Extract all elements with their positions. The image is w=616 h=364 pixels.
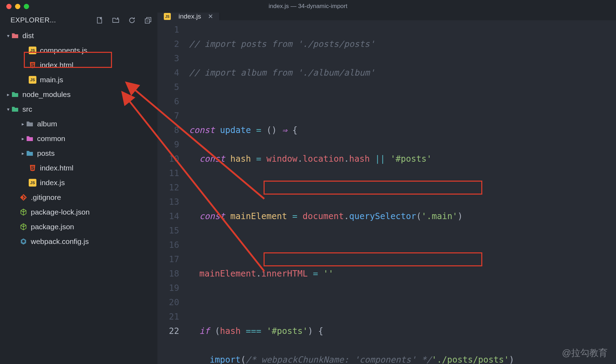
folder-label: node_modules bbox=[22, 90, 71, 99]
new-file-icon[interactable] bbox=[96, 16, 104, 24]
watermark: @拉勾教育 bbox=[562, 347, 608, 359]
maximize-window-button[interactable] bbox=[24, 4, 29, 9]
html-file-icon bbox=[29, 61, 36, 69]
file-label: package.json bbox=[31, 223, 74, 231]
chevron-right-icon: ▸ bbox=[20, 136, 26, 141]
folder-posts[interactable]: ▸ posts bbox=[0, 146, 158, 161]
explorer-title: EXPLORER... bbox=[10, 16, 94, 24]
window-title: index.js — 34-dynamic-import bbox=[269, 3, 348, 10]
file-label: components.js bbox=[40, 46, 87, 55]
minimize-window-button[interactable] bbox=[15, 4, 20, 9]
js-file-icon: JS bbox=[164, 13, 171, 20]
tab-label: index.js bbox=[178, 13, 201, 20]
chevron-down-icon: ▾ bbox=[5, 33, 11, 38]
collapse-all-icon[interactable] bbox=[144, 16, 152, 24]
git-file-icon bbox=[20, 194, 27, 201]
new-folder-icon[interactable] bbox=[112, 16, 120, 24]
refresh-icon[interactable] bbox=[128, 16, 136, 24]
folder-dist[interactable]: ▾ dist bbox=[0, 28, 158, 43]
file-package-json[interactable]: package.json bbox=[0, 219, 158, 234]
file-label: webpack.config.js bbox=[31, 237, 89, 246]
folder-node-modules[interactable]: ▸ node_modules bbox=[0, 87, 158, 102]
folder-label: posts bbox=[37, 149, 55, 158]
editor-pane: JS index.js ✕ 123 456 789 101112 131415 … bbox=[158, 13, 616, 364]
file-webpack-config[interactable]: webpack.config.js bbox=[0, 234, 158, 249]
annotation-highlight-code-2 bbox=[264, 252, 482, 266]
explorer-header: EXPLORER... bbox=[0, 13, 158, 28]
file-src-index-html[interactable]: index.html bbox=[0, 161, 158, 175]
explorer-sidebar: EXPLORER... ▾ dist JS components.js bbox=[0, 13, 158, 364]
file-label: index.html bbox=[40, 164, 74, 172]
file-label: main.js bbox=[40, 76, 63, 84]
chevron-right-icon: ▸ bbox=[5, 92, 11, 97]
tab-index-js[interactable]: JS index.js ✕ bbox=[158, 13, 220, 20]
file-components-js[interactable]: JS components.js bbox=[0, 43, 158, 58]
folder-label: dist bbox=[22, 31, 34, 40]
js-file-icon: JS bbox=[29, 47, 36, 54]
tab-bar: JS index.js ✕ bbox=[158, 13, 616, 20]
titlebar: index.js — 34-dynamic-import bbox=[0, 0, 616, 13]
folder-icon bbox=[11, 105, 19, 113]
close-window-button[interactable] bbox=[6, 4, 12, 9]
folder-icon bbox=[26, 149, 34, 157]
folder-icon bbox=[26, 120, 34, 128]
js-file-icon: JS bbox=[29, 76, 36, 84]
chevron-right-icon: ▸ bbox=[20, 150, 26, 156]
folder-icon bbox=[11, 91, 19, 98]
folder-common[interactable]: ▸ common bbox=[0, 131, 158, 146]
file-label: package-lock.json bbox=[31, 208, 90, 216]
folder-label: album bbox=[37, 120, 57, 128]
chevron-down-icon: ▾ bbox=[5, 106, 11, 112]
file-index-html[interactable]: index.html bbox=[0, 58, 158, 72]
folder-label: src bbox=[22, 105, 32, 113]
folder-icon bbox=[26, 135, 34, 142]
code-area[interactable]: 123 456 789 101112 131415 161718 192021 … bbox=[158, 20, 616, 364]
code-content[interactable]: // import posts from './posts/posts' // … bbox=[189, 22, 616, 364]
file-src-index-js[interactable]: JS index.js bbox=[0, 175, 158, 190]
html-file-icon bbox=[29, 164, 36, 172]
file-package-lock[interactable]: package-lock.json bbox=[0, 205, 158, 219]
file-main-js[interactable]: JS main.js bbox=[0, 72, 158, 87]
js-file-icon: JS bbox=[29, 179, 36, 187]
node-file-icon bbox=[20, 223, 27, 231]
file-label: index.js bbox=[40, 178, 65, 187]
folder-album[interactable]: ▸ album bbox=[0, 117, 158, 131]
close-tab-icon[interactable]: ✕ bbox=[205, 13, 213, 20]
file-label: index.html bbox=[40, 61, 74, 69]
line-gutter: 123 456 789 101112 131415 161718 192021 … bbox=[158, 22, 189, 364]
file-tree: ▾ dist JS components.js index.html JS ma… bbox=[0, 28, 158, 249]
folder-icon bbox=[11, 32, 19, 40]
file-gitignore[interactable]: .gitignore bbox=[0, 190, 158, 205]
chevron-right-icon: ▸ bbox=[20, 121, 26, 127]
folder-label: common bbox=[37, 134, 65, 143]
file-label: .gitignore bbox=[31, 193, 61, 202]
webpack-file-icon bbox=[20, 238, 27, 245]
window-controls bbox=[0, 4, 29, 9]
folder-src[interactable]: ▾ src bbox=[0, 102, 158, 117]
node-file-icon bbox=[20, 208, 27, 216]
